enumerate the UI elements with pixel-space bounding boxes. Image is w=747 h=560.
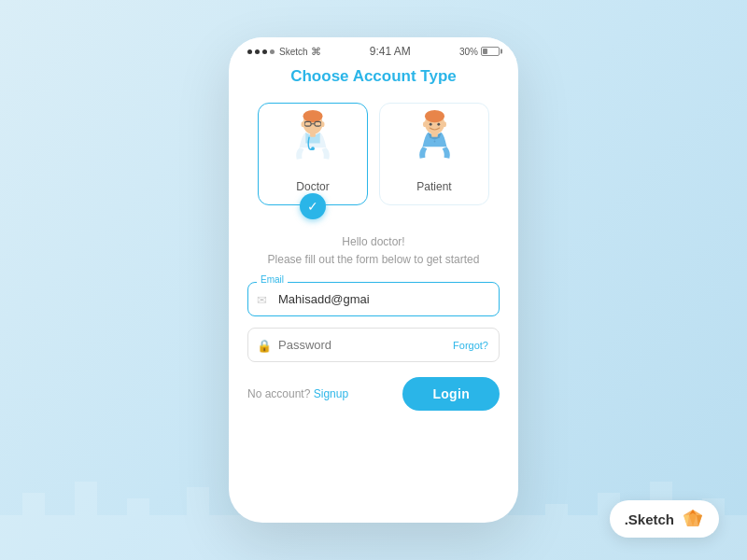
battery-bar xyxy=(481,47,500,56)
login-form: Email ✉ 🔒 Forgot? No account? Signup Log… xyxy=(247,282,500,411)
page-title: Choose Account Type xyxy=(290,67,457,86)
password-group: 🔒 Forgot? xyxy=(247,328,500,362)
status-time: 9:41 AM xyxy=(370,45,411,58)
svg-point-16 xyxy=(433,141,435,143)
patient-card[interactable]: Patient xyxy=(379,103,489,205)
signal-dot xyxy=(270,49,275,54)
login-button[interactable]: Login xyxy=(402,377,500,411)
forgot-link[interactable]: Forgot? xyxy=(453,340,488,351)
greeting-line2: Please fill out the form below to get st… xyxy=(268,251,480,269)
greeting-line1: Hello doctor! xyxy=(268,233,480,251)
wifi-icon: ⌘ xyxy=(311,46,321,58)
status-left: Sketch ⌘ xyxy=(247,46,321,58)
signal-dot xyxy=(262,49,267,54)
signup-link[interactable]: Signup xyxy=(314,387,348,400)
battery-indicator: 30% xyxy=(459,47,500,57)
svg-point-5 xyxy=(302,121,305,127)
lock-icon: 🔒 xyxy=(257,338,272,352)
main-content: Choose Account Type xyxy=(229,62,518,523)
email-label: Email xyxy=(257,274,288,285)
battery-fill xyxy=(483,49,487,54)
svg-point-7 xyxy=(311,147,315,150)
svg-rect-17 xyxy=(431,133,438,137)
svg-point-11 xyxy=(423,121,427,127)
svg-point-1 xyxy=(303,110,322,122)
patient-illustration xyxy=(409,107,460,175)
carrier-name: Sketch xyxy=(279,47,308,57)
svg-point-10 xyxy=(424,110,444,122)
svg-rect-8 xyxy=(310,133,316,137)
doctor-label: Doctor xyxy=(296,180,329,193)
greeting-text: Hello doctor! Please fill out the form b… xyxy=(268,233,480,269)
doctor-card[interactable]: Doctor ✓ xyxy=(258,103,368,205)
sketch-gem-icon xyxy=(682,508,704,530)
svg-point-14 xyxy=(437,123,440,126)
svg-point-13 xyxy=(429,123,431,126)
sketch-badge: .Sketch xyxy=(610,500,719,538)
signal-dot xyxy=(255,49,260,54)
selected-check-badge: ✓ xyxy=(300,193,326,219)
battery-percent: 30% xyxy=(459,47,478,57)
no-account-text: No account? Signup xyxy=(247,387,348,400)
bottom-row: No account? Signup Login xyxy=(247,377,500,411)
email-input[interactable] xyxy=(247,282,500,316)
email-group: Email ✉ xyxy=(247,282,500,316)
svg-point-12 xyxy=(443,121,446,127)
sketch-badge-label: .Sketch xyxy=(625,511,674,527)
doctor-illustration xyxy=(285,107,341,175)
phone-frame: Sketch ⌘ 9:41 AM 30% Choose Account Type xyxy=(229,37,518,523)
account-type-selector: Doctor ✓ xyxy=(258,103,489,205)
svg-point-6 xyxy=(321,121,325,127)
signal-dot xyxy=(247,49,252,54)
email-icon: ✉ xyxy=(257,292,267,306)
status-bar: Sketch ⌘ 9:41 AM 30% xyxy=(229,37,518,62)
patient-label: Patient xyxy=(416,180,451,193)
